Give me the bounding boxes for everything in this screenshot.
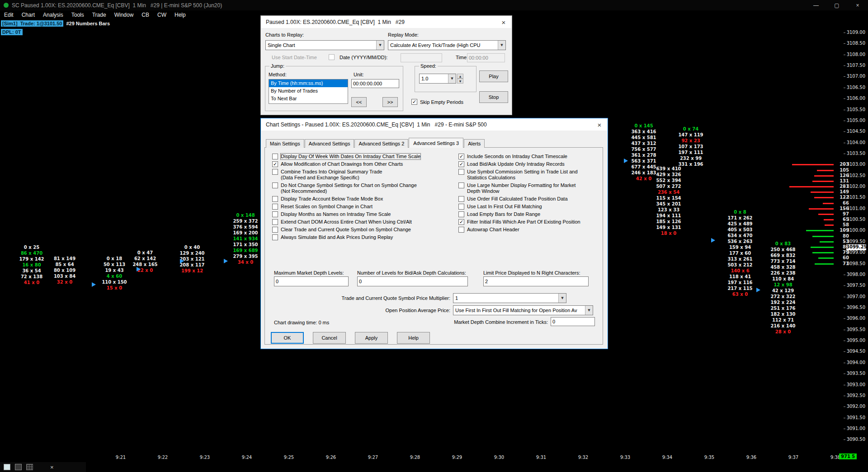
- checkbox-label: Include Seconds on Intraday Chart Timesc…: [467, 154, 567, 159]
- jump-forward-button[interactable]: >>: [382, 97, 398, 107]
- volume-profile-bar: [818, 214, 834, 215]
- chevron-down-icon[interactable]: ▼: [558, 294, 566, 303]
- checkbox-unchecked[interactable]: [272, 154, 278, 159]
- settings-dialog-titlebar[interactable]: Chart Settings - Paused 1.00X: ES.202006…: [261, 119, 607, 131]
- menu-item-cw[interactable]: CW: [153, 12, 170, 18]
- price-tick: [844, 418, 845, 418]
- minimize-icon[interactable]: —: [806, 0, 826, 10]
- ok-button[interactable]: OK: [271, 332, 304, 344]
- bottom-right-value-box: 971 5: [839, 453, 857, 459]
- checkbox-unchecked[interactable]: [272, 169, 278, 175]
- checkbox-unchecked[interactable]: [272, 219, 278, 225]
- combine-input[interactable]: 0: [551, 317, 595, 326]
- checkbox-unchecked[interactable]: [272, 182, 278, 188]
- replay-dialog-close-icon[interactable]: ×: [496, 16, 511, 28]
- checkbox-unchecked[interactable]: [272, 234, 278, 240]
- checkbox-label: Filter Initial Fills Which Are Part Of E…: [467, 219, 580, 225]
- spinner-up-icon[interactable]: ▲: [457, 74, 463, 79]
- tile-windows-icon[interactable]: [26, 464, 33, 470]
- play-button[interactable]: Play: [479, 70, 508, 82]
- checkbox-unchecked[interactable]: [458, 196, 464, 202]
- replay-mode-label: Replay Mode:: [388, 32, 419, 37]
- use-start-checkbox[interactable]: [329, 54, 335, 60]
- replay-mode-select[interactable]: Calculate At Every Tick/Trade (High CPU …: [388, 40, 506, 50]
- trade-arrow-icon: [711, 238, 715, 243]
- numbers-bar-line: 192 x 224: [756, 299, 810, 305]
- price-scale-label: 3106.00: [847, 96, 865, 101]
- checkbox-unchecked[interactable]: [272, 227, 278, 233]
- chevron-down-icon[interactable]: ▼: [376, 41, 384, 50]
- price-tick: [844, 363, 845, 363]
- menu-item-trade[interactable]: Trade: [88, 12, 110, 18]
- numbers-bar-line: 272 x 322: [756, 294, 810, 299]
- volume-profile-value: 58: [835, 222, 849, 227]
- app-window: SC Paused 1.00X: ES.20200600.CME_Eq [CBV…: [0, 0, 868, 472]
- menu-item-chart[interactable]: Chart: [18, 12, 39, 18]
- menu-item-analysis[interactable]: Analysis: [39, 12, 67, 18]
- time-axis-label: 9:28: [410, 455, 420, 460]
- checkbox-unchecked[interactable]: [272, 196, 278, 202]
- window-title: SC Paused 1.00X: ES.20200600.CME_Eq [CBV…: [12, 2, 222, 9]
- levels-input[interactable]: 0: [357, 276, 468, 286]
- replay-dialog-titlebar[interactable]: Paused 1.00X: ES.20200600.CME_Eq [CBV] 1…: [261, 16, 511, 28]
- app-icon: [4, 3, 9, 8]
- checkbox-checked[interactable]: ✓: [458, 154, 464, 159]
- window-titlebar[interactable]: SC Paused 1.00X: ES.20200600.CME_Eq [CBV…: [0, 0, 868, 10]
- settings-checkbox-row: Display Months as Names on Intraday Time…: [272, 211, 420, 217]
- time-axis-label: 9:26: [326, 455, 336, 460]
- multiplier-select[interactable]: 1 ▼: [453, 293, 566, 303]
- time-axis-label: 9:23: [200, 455, 210, 460]
- checkbox-unchecked[interactable]: [272, 204, 278, 210]
- max-depth-input[interactable]: 0: [274, 276, 349, 286]
- jump-back-button[interactable]: <<: [351, 97, 367, 107]
- checkbox-label: Always Simulate Bid and Ask Prices Durin…: [281, 234, 393, 240]
- stop-button[interactable]: Stop: [479, 91, 508, 103]
- apply-button[interactable]: Apply: [355, 332, 388, 344]
- maximize-icon[interactable]: ▢: [826, 0, 847, 10]
- spinner-down-icon[interactable]: ▼: [457, 79, 463, 84]
- settings-checkbox-row: ✓Include Seconds on Intraday Chart Times…: [458, 154, 580, 159]
- menu-item-edit[interactable]: Edit: [0, 12, 18, 18]
- checkbox-label: Use Last In First Out Fill Matching: [467, 204, 542, 210]
- checkbox-unchecked[interactable]: [458, 204, 464, 210]
- tab-advanced-settings-3[interactable]: Advanced Settings 3: [409, 138, 463, 148]
- settings-dialog-close-icon[interactable]: ×: [592, 119, 607, 131]
- jump-unit-input[interactable]: 00:00:00.000: [351, 79, 399, 88]
- tab-alerts[interactable]: Alerts: [464, 139, 485, 148]
- tab-main-settings[interactable]: Main Settings: [266, 139, 304, 148]
- chevron-down-icon[interactable]: ▼: [498, 41, 505, 50]
- menu-item-help[interactable]: Help: [170, 12, 190, 18]
- help-button[interactable]: Help: [397, 332, 430, 344]
- jump-method-option[interactable]: By Number of Trades: [269, 87, 348, 95]
- chart-tab-icon-2[interactable]: [15, 464, 22, 470]
- skip-empty-checkbox[interactable]: ✓: [411, 99, 417, 105]
- numbers-bar-line: 203 x 121: [165, 256, 219, 262]
- close-icon[interactable]: ×: [847, 0, 868, 10]
- menu-item-cb[interactable]: CB: [137, 12, 153, 18]
- open-position-select[interactable]: Use First In First Out Fill Matching for…: [453, 305, 593, 315]
- tab-advanced-settings-2[interactable]: Advanced Settings 2: [354, 139, 408, 148]
- checkbox-unchecked[interactable]: [458, 211, 464, 217]
- checkbox-checked[interactable]: ✓: [458, 161, 464, 167]
- checkbox-checked[interactable]: ✓: [272, 161, 278, 167]
- speed-select[interactable]: 1.0 ▼: [419, 74, 456, 84]
- chart-tab-icon[interactable]: [4, 464, 10, 470]
- numbers-bar-line: 437 x 312: [617, 140, 671, 146]
- checkbox-unchecked[interactable]: [458, 169, 464, 175]
- cancel-button[interactable]: Cancel: [313, 332, 346, 344]
- price-scale-label: 3095.50: [847, 327, 865, 332]
- tab-advanced-settings[interactable]: Advanced Settings: [305, 139, 354, 148]
- checkbox-unchecked[interactable]: [272, 211, 278, 217]
- menu-item-window[interactable]: Window: [110, 12, 138, 18]
- limit-price-input[interactable]: 2: [483, 276, 589, 286]
- chevron-down-icon[interactable]: ▼: [448, 74, 456, 83]
- jump-method-option[interactable]: By Time (hh:mm:ss.ms): [269, 79, 348, 87]
- checkbox-checked[interactable]: ✓: [458, 219, 464, 225]
- jump-method-option[interactable]: To Next Bar: [269, 95, 348, 103]
- checkbox-unchecked[interactable]: [458, 182, 464, 188]
- chevron-down-icon[interactable]: ▼: [585, 306, 593, 315]
- menu-item-tools[interactable]: Tools: [67, 12, 88, 18]
- close-chart-icon[interactable]: ×: [50, 464, 54, 471]
- charts-to-replay-select[interactable]: Single Chart ▼: [265, 40, 384, 50]
- checkbox-unchecked[interactable]: [458, 227, 464, 233]
